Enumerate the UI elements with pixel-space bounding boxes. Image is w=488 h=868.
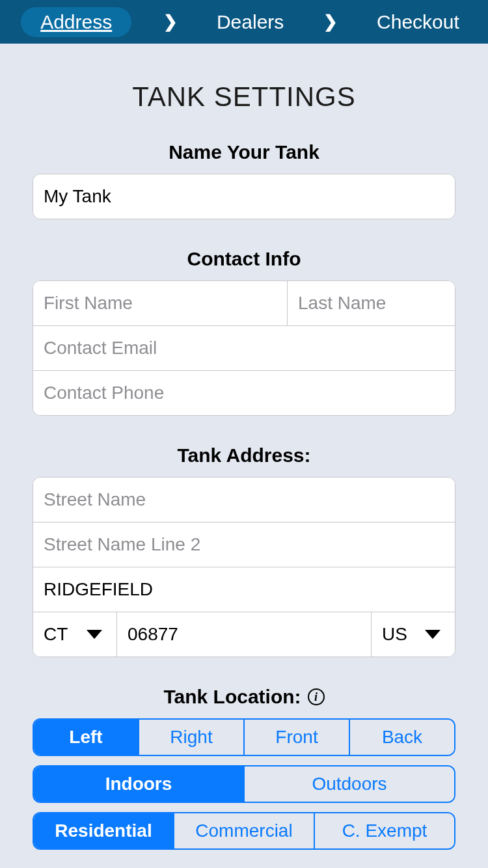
city-field[interactable] — [33, 567, 455, 612]
country-select[interactable]: US — [371, 612, 455, 657]
group-address: CT US — [33, 477, 455, 657]
step-dealers[interactable]: Dealers — [209, 7, 291, 37]
last-name-field[interactable] — [287, 281, 455, 325]
page-title: TANK SETTINGS — [33, 81, 455, 113]
state-select[interactable]: CT — [33, 612, 116, 657]
seg-side-front[interactable]: Front — [243, 720, 349, 755]
street2-field[interactable] — [33, 522, 455, 567]
seg-outdoors[interactable]: Outdoors — [243, 766, 454, 802]
seg-side-right[interactable]: Right — [138, 720, 243, 755]
breadcrumb-stepper: Address ❯ Dealers ❯ Checkout — [0, 0, 488, 44]
step-label: Address — [40, 11, 112, 33]
country-value: US — [372, 624, 425, 645]
group-name-tank — [33, 174, 455, 219]
seg-residential[interactable]: Residential — [34, 813, 173, 848]
chevron-right-icon: ❯ — [323, 12, 338, 32]
seg-side-back[interactable]: Back — [349, 720, 454, 755]
step-address[interactable]: Address — [21, 7, 131, 37]
step-label: Dealers — [217, 11, 284, 33]
first-name-field[interactable] — [33, 281, 287, 325]
heading-contact: Contact Info — [33, 248, 455, 270]
street1-field[interactable] — [33, 478, 455, 522]
contact-phone-field[interactable] — [33, 371, 455, 415]
tank-name-field[interactable] — [33, 174, 455, 219]
seg-indoors[interactable]: Indoors — [34, 766, 243, 802]
seg-type: Residential Commercial C. Exempt — [33, 812, 455, 850]
seg-cexempt[interactable]: C. Exempt — [314, 813, 454, 848]
group-contact — [33, 280, 455, 416]
contact-email-field[interactable] — [33, 326, 455, 370]
info-icon[interactable]: i — [308, 688, 325, 705]
zip-field[interactable] — [116, 612, 371, 657]
page-body: TANK SETTINGS Name Your Tank Contact Inf… — [0, 44, 488, 868]
heading-location: Tank Location: i — [33, 686, 455, 708]
chevron-down-icon — [87, 630, 102, 639]
state-value: CT — [33, 624, 87, 645]
seg-commercial[interactable]: Commercial — [173, 813, 314, 848]
seg-side-left[interactable]: Left — [34, 720, 138, 755]
heading-location-label: Tank Location: — [163, 686, 301, 708]
heading-name-tank: Name Your Tank — [33, 141, 455, 163]
heading-address: Tank Address: — [33, 444, 455, 467]
chevron-down-icon — [425, 630, 441, 639]
step-checkout[interactable]: Checkout — [369, 7, 467, 37]
seg-inout: Indoors Outdoors — [33, 765, 455, 803]
chevron-right-icon: ❯ — [163, 12, 178, 32]
step-label: Checkout — [377, 11, 459, 33]
seg-side: Left Right Front Back — [33, 718, 455, 756]
